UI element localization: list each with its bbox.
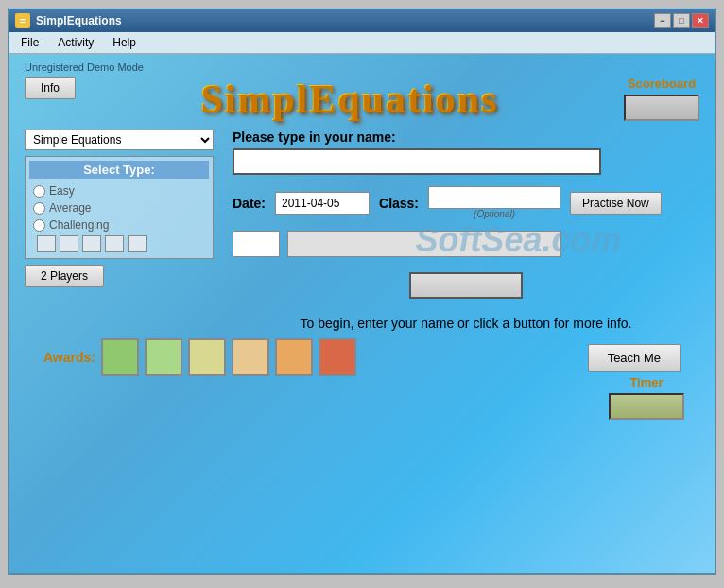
class-input-container: (Optional) (428, 186, 560, 219)
middle-layout: Simple Equations Select Type: Easy Avera… (25, 130, 699, 331)
num-box-1[interactable] (37, 235, 56, 252)
title-bar-controls: − □ ✕ (654, 13, 709, 28)
menu-bar: File Activity Help (9, 32, 715, 54)
timer-label: Timer (629, 375, 663, 389)
dropdown-row: Simple Equations (25, 130, 214, 150)
bottom-row: Awards: Teach Me (25, 338, 699, 376)
main-window: = SimplEquations − □ ✕ File Activity Hel… (8, 8, 716, 575)
top-row: Info SimplEquations Scoreboard (25, 77, 699, 122)
radio-average: Average (29, 199, 209, 216)
left-panel: Simple Equations Select Type: Easy Avera… (25, 130, 214, 331)
radio-average-input[interactable] (33, 202, 45, 215)
num-box-2[interactable] (60, 235, 78, 252)
begin-text: To begin, enter your name or click a but… (233, 316, 699, 331)
num-row (29, 233, 209, 254)
radio-challenging: Challenging (29, 216, 209, 233)
date-label: Date: (233, 196, 266, 211)
menu-activity[interactable]: Activity (50, 34, 101, 51)
award-box-6 (319, 338, 356, 376)
date-input[interactable] (275, 192, 370, 215)
select-type-title: Select Type: (29, 161, 209, 179)
radio-easy: Easy (29, 182, 209, 199)
date-class-row: Date: Class: (Optional) Practise Now (233, 186, 699, 219)
main-content: Unregistered Demo Mode Info SimplEquatio… (9, 54, 715, 573)
timer-area: Timer (609, 375, 684, 420)
radio-easy-label: Easy (49, 184, 75, 198)
practise-now-button[interactable]: Practise Now (570, 192, 662, 215)
window-title: SimplEquations (36, 14, 122, 27)
info-button[interactable]: Info (25, 77, 76, 99)
close-button[interactable]: ✕ (692, 13, 709, 28)
optional-label: (Optional) (428, 209, 560, 219)
app-title: SimplEquations (76, 77, 624, 122)
demo-mode-label: Unregistered Demo Mode (25, 61, 699, 73)
name-input[interactable] (233, 148, 601, 175)
radio-challenging-label: Challenging (49, 218, 109, 232)
title-bar: = SimplEquations − □ ✕ (9, 9, 715, 32)
name-row: Please type in your name: (233, 130, 699, 175)
timer-box[interactable] (609, 393, 684, 420)
award-box-5 (275, 338, 313, 376)
award-box-1 (101, 338, 139, 376)
app-icon: = (15, 13, 30, 28)
radio-challenging-input[interactable] (33, 219, 45, 232)
title-bar-left: = SimplEquations (15, 13, 122, 28)
start-btn-row (233, 272, 699, 299)
award-box-2 (145, 338, 182, 376)
num-box-4[interactable] (105, 235, 124, 252)
menu-help[interactable]: Help (105, 34, 144, 51)
teach-me-button[interactable]: Teach Me (588, 344, 681, 372)
player2-main-input[interactable] (287, 231, 561, 257)
menu-file[interactable]: File (13, 34, 46, 51)
num-box-5[interactable] (128, 235, 147, 252)
class-input[interactable] (428, 186, 560, 209)
select-type-box: Select Type: Easy Average Challenging (25, 156, 214, 259)
awards-label: Awards: (43, 350, 95, 365)
class-label: Class: (379, 196, 419, 211)
minimize-button[interactable]: − (654, 13, 671, 28)
award-box-3 (188, 338, 226, 376)
scoreboard-box[interactable] (624, 95, 699, 121)
scoreboard-area: Scoreboard (624, 77, 699, 121)
radio-average-label: Average (49, 201, 91, 215)
scoreboard-label: Scoreboard (628, 77, 696, 91)
start-button[interactable] (409, 272, 523, 299)
equation-type-dropdown[interactable]: Simple Equations (25, 130, 214, 150)
maximize-button[interactable]: □ (673, 13, 690, 28)
radio-easy-input[interactable] (33, 185, 45, 198)
award-box-4 (232, 338, 269, 376)
two-players-button[interactable]: 2 Players (25, 265, 104, 287)
player2-row (233, 231, 699, 257)
num-box-3[interactable] (82, 235, 101, 252)
awards-row: Awards: (43, 338, 356, 376)
center-panel: Please type in your name: Date: Class: (… (214, 130, 699, 331)
name-label: Please type in your name: (233, 130, 699, 145)
player2-small-input[interactable] (233, 231, 280, 257)
